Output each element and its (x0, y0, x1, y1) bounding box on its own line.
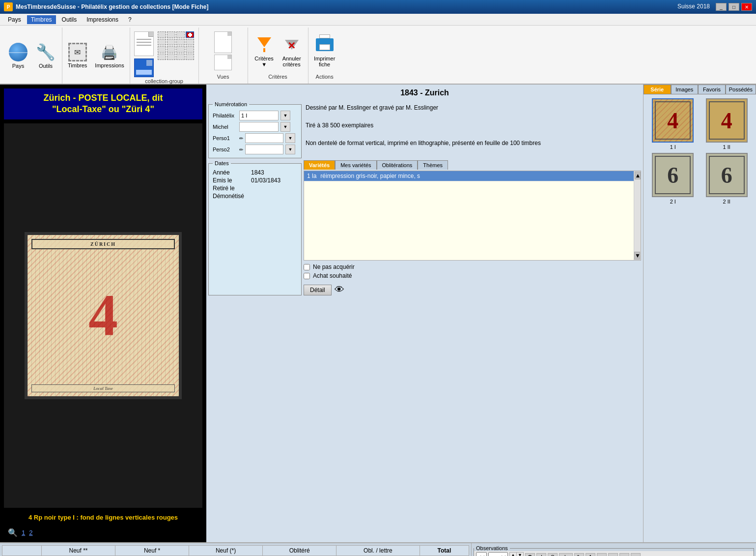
perso1-label: Perso1 (213, 135, 237, 141)
emisle-value: 01/03/1843 (251, 177, 280, 184)
variete-row-1[interactable]: 1 la réimpression gris-noir, papier minc… (304, 171, 641, 181)
obs-align-right[interactable]: ≡ (619, 553, 629, 556)
series-item-2i[interactable]: 6 2 I (647, 153, 699, 205)
timbres-button[interactable]: ✉ Timbres (66, 41, 88, 70)
perso2-edit-icon[interactable]: ✏ (239, 147, 243, 152)
globe-icon (8, 42, 28, 62)
vues-docs (214, 31, 232, 73)
menu-pays[interactable]: Pays (4, 15, 25, 24)
tab-images[interactable]: Images (671, 85, 699, 94)
pays-button[interactable]: Pays (6, 41, 30, 70)
tab-possedes[interactable]: Possédés (726, 85, 756, 94)
impressions-button[interactable]: 🖨️ Impressions (93, 41, 125, 70)
numerotation-fieldset: Numérotation Philatélix ▼ Michel ▼ Perso… (208, 101, 302, 158)
criteres-icons-row: Critères▼ ✕ Annulercritères (252, 29, 304, 73)
swiss-flag-mini (186, 31, 194, 38)
achat-souhaite-checkbox[interactable] (304, 273, 310, 279)
perso1-dropdown[interactable]: ▼ (285, 133, 295, 143)
collection-doc-icon[interactable] (134, 31, 156, 57)
vues-doc-2[interactable] (214, 55, 232, 70)
perso1-edit-icon[interactable]: ✏ (239, 136, 243, 141)
philatelix-row: Philatélix ▼ (213, 111, 297, 120)
scroll-down[interactable]: ▼ (634, 252, 640, 260)
variete-id: 1 la (307, 173, 316, 179)
emisle-row: Emis le 01/03/1843 (213, 177, 297, 184)
criteres-button[interactable]: Critères▼ (252, 33, 277, 69)
ne-pas-acquerir-checkbox[interactable] (304, 264, 310, 270)
toolbar-group-vues: Vues (199, 28, 248, 84)
criteres-group-label: Critères (268, 73, 287, 82)
scroll-up[interactable]: ▲ (635, 172, 641, 179)
series-grid: 4 1 I 4 1 II (644, 94, 756, 208)
obs-pencil[interactable]: ✎ (574, 553, 584, 556)
obs-bold[interactable]: G (525, 553, 535, 556)
obs-font-color[interactable]: A (586, 553, 595, 556)
toolbar-group-pays: Pays 🔧 Outils (2, 28, 62, 84)
stamp-visual: ZÜRICH 4 Local Taxe (25, 232, 182, 399)
annee-row: Année 1843 (213, 169, 297, 176)
minimize-button[interactable]: _ (716, 3, 727, 11)
series-item-2ii[interactable]: 6 2 II (701, 153, 753, 205)
demonetise-row: Démonétisé (213, 193, 297, 200)
tab-mes-varietes[interactable]: Mes variétés (335, 160, 376, 170)
series-label-1i: 1 I (670, 144, 676, 150)
varietes-scrollbar[interactable]: ▲ ▼ (634, 171, 641, 260)
outils-button[interactable]: 🔧 Outils (33, 41, 58, 70)
obs-font-select[interactable] (476, 552, 487, 556)
tab-varietes[interactable]: Variétés (304, 160, 335, 170)
tab-obliterations[interactable]: Oblitérations (377, 160, 418, 170)
obs-size-select[interactable] (488, 552, 508, 556)
series-item-1ii[interactable]: 4 1 II (701, 98, 753, 150)
philatelix-input[interactable] (239, 111, 279, 120)
obs-align-left[interactable]: ≡ (597, 553, 607, 556)
perso2-input[interactable] (245, 145, 283, 154)
mini-stamp-12 (158, 54, 166, 60)
achat-souhaite-row: Achat souhaité (304, 272, 641, 279)
perso2-dropdown[interactable]: ▼ (285, 145, 295, 154)
perso1-input[interactable] (245, 133, 283, 143)
tab-serie[interactable]: Série (644, 85, 671, 94)
menu-outils[interactable]: Outils (58, 15, 81, 24)
floppy-icon[interactable] (134, 59, 154, 77)
stamp-panel: Zürich - POSTE LOCALE, dit"Local-Taxe" o… (0, 85, 206, 542)
achat-souhaite-label: Achat souhaité (313, 272, 352, 279)
eye-icon[interactable]: 👁 (335, 284, 344, 295)
obs-strikethrough[interactable]: S (548, 553, 558, 556)
michel-input[interactable] (239, 122, 279, 132)
stamp-image-container: ZÜRICH 4 Local Taxe (4, 123, 202, 508)
imprimer-button[interactable]: Imprimerfiche (312, 33, 337, 69)
obs-align-center[interactable]: ≡ (608, 553, 618, 556)
michel-label: Michel (213, 124, 237, 130)
main-content: Zürich - POSTE LOCALE, dit"Local-Taxe" o… (0, 85, 756, 542)
philatelix-dropdown[interactable]: ▼ (280, 111, 290, 120)
obs-underline[interactable]: abc (559, 553, 573, 556)
col-header-obl-lettre: Obl. / lettre (336, 546, 420, 556)
numerotation-legend: Numérotation (213, 101, 249, 107)
impressions-icon: 🖨️ (100, 43, 119, 61)
series-item-1i[interactable]: 4 1 I (647, 98, 699, 150)
mini-stamp-15 (186, 54, 194, 60)
obs-italic[interactable]: I (536, 553, 546, 556)
menu-timbres[interactable]: Timbres (27, 15, 56, 24)
detail-title: 1843 - Zurich (208, 87, 641, 99)
menu-impressions[interactable]: Impressions (83, 15, 122, 24)
mini-stamp-4 (158, 39, 166, 45)
menu-help[interactable]: ? (124, 15, 136, 24)
vues-doc-1[interactable] (214, 31, 232, 53)
bottom-panel: Neuf ** Neuf * Neuf (*) Oblitéré Obl. / … (0, 542, 756, 556)
mini-stamp-10 (176, 46, 185, 53)
zoom-icon[interactable]: 🔍 (8, 528, 18, 537)
tab-themes[interactable]: Thèmes (418, 160, 448, 170)
obs-size-down[interactable]: ▼ (517, 553, 523, 556)
annuler-criteres-button[interactable]: ✕ Annulercritères (280, 33, 304, 69)
detail-button[interactable]: Détail (304, 285, 332, 295)
restore-button[interactable]: □ (728, 3, 739, 11)
obs-align-justify[interactable]: ≡ (631, 553, 641, 556)
close-button[interactable]: ✕ (741, 3, 752, 11)
tab-favoris[interactable]: Favoris (698, 85, 726, 94)
michel-dropdown[interactable]: ▼ (280, 122, 290, 132)
imprimer-label: Imprimerfiche (314, 56, 335, 67)
stamp-link-1[interactable]: 1 (22, 529, 25, 536)
obs-size-up[interactable]: ▲ (510, 553, 517, 556)
stamp-link-2[interactable]: 2 (29, 529, 32, 536)
